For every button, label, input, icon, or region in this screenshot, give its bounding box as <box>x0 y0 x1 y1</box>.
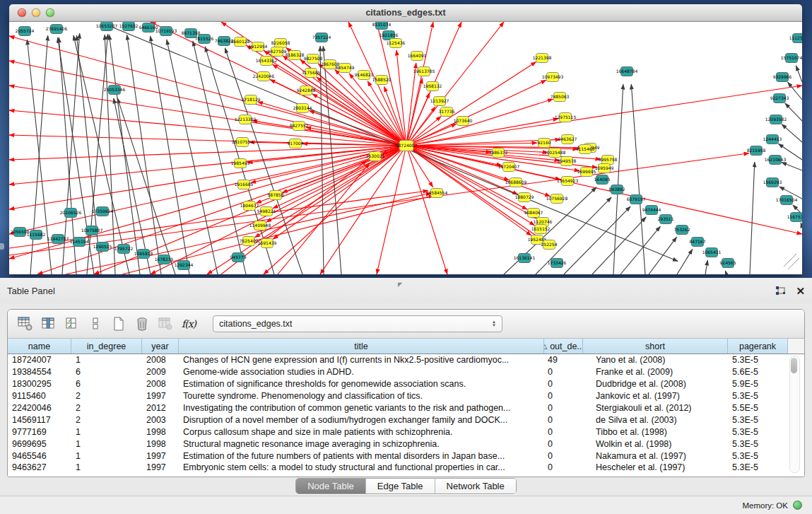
table-cell[interactable]: 14569117 <box>8 415 71 425</box>
table-row[interactable]: 969969511998Structural magnetic resonanc… <box>8 438 804 450</box>
table-cell[interactable]: 1998 <box>142 439 179 449</box>
table-cell[interactable]: Wolkin et al. (1998) <box>583 439 728 449</box>
table-scrollbar-thumb[interactable] <box>791 358 797 373</box>
column-header-name[interactable]: name <box>8 339 71 354</box>
table-cell[interactable]: 2 <box>71 415 142 425</box>
table-cell[interactable]: 1 <box>71 427 142 437</box>
table-cell[interactable]: 2 <box>71 391 142 401</box>
table-cell[interactable]: Stergiakouli et al. (2012) <box>583 403 728 413</box>
table-cell[interactable]: 5.5E-5 <box>728 403 788 413</box>
table-row[interactable]: 1938455462009Genome-wide association stu… <box>8 366 804 378</box>
table-cell[interactable]: Embryonic stem cells: a model to study s… <box>179 462 544 472</box>
table-cell[interactable]: Tibbo et al. (1998) <box>583 427 728 437</box>
table-cell[interactable]: 1 <box>71 451 142 461</box>
table-cell[interactable]: 18724007 <box>8 355 71 365</box>
table-cell[interactable]: 19384554 <box>8 367 71 377</box>
table-cell[interactable]: 1 <box>71 439 142 449</box>
table-row[interactable]: 1456911722003Disruption of a novel membe… <box>8 414 804 426</box>
network-window[interactable]: citations_edges.txt 20557242769140610653… <box>9 4 802 274</box>
column-header-title[interactable]: title <box>179 339 544 354</box>
table-cell[interactable]: 0 <box>544 439 583 449</box>
table-cell[interactable]: 5.3E-5 <box>728 415 788 425</box>
table-cell[interactable]: 0 <box>544 367 583 377</box>
float-panel-icon[interactable] <box>775 286 786 296</box>
table-cell[interactable]: 1 <box>71 355 142 365</box>
select-columns-icon[interactable]: ✓ ✓ <box>63 315 81 333</box>
canvas-resize-grip[interactable] <box>784 254 796 267</box>
table-cell[interactable]: 1998 <box>142 427 179 437</box>
panel-resize-handle[interactable]: ◤ <box>398 281 402 288</box>
network-window-titlebar[interactable]: citations_edges.txt <box>9 4 802 22</box>
table-cell[interactable]: 0 <box>544 451 583 461</box>
table-cell[interactable]: 2008 <box>142 379 179 389</box>
table-cell[interactable]: 2009 <box>142 367 179 377</box>
table-settings-icon[interactable] <box>16 315 35 333</box>
table-cell[interactable]: 5.3E-5 <box>728 451 788 461</box>
memory-status-indicator[interactable] <box>793 501 802 510</box>
minimize-button[interactable] <box>32 8 40 17</box>
table-cell[interactable]: 9465546 <box>8 451 71 461</box>
table-cell[interactable]: 5.3E-5 <box>728 439 788 449</box>
table-row[interactable]: 1830029562008Estimation of significance … <box>8 378 804 390</box>
table-cell[interactable]: 1997 <box>142 451 179 461</box>
table-cell[interactable]: Estimation of the future numbers of pati… <box>179 451 544 461</box>
table-cell[interactable]: Hescheler et al. (1997) <box>583 462 728 472</box>
table-cell[interactable]: 5.6E-5 <box>728 367 788 377</box>
table-cell[interactable]: 49 <box>544 355 583 365</box>
delete-column-icon[interactable] <box>133 315 151 333</box>
table-scrollbar[interactable] <box>789 356 800 473</box>
table-cell[interactable]: 2 <box>71 403 142 413</box>
table-cell[interactable]: 9463627 <box>8 462 71 472</box>
table-cell[interactable]: 5.9E-5 <box>728 379 788 389</box>
table-selector-dropdown[interactable]: citations_edges.txt ▲▼ <box>213 315 502 332</box>
table-cell[interactable]: 6 <box>71 367 142 377</box>
table-body[interactable]: 1872400712008Changes of HCN gene express… <box>8 354 804 474</box>
table-cell[interactable]: 5.3E-5 <box>728 355 788 365</box>
column-visibility-icon[interactable] <box>40 315 58 333</box>
table-cell[interactable]: Dudbridge et al. (2008) <box>583 379 728 389</box>
table-cell[interactable]: Franke et al. (2009) <box>583 367 728 377</box>
column-header-short[interactable]: short <box>583 339 728 354</box>
table-cell[interactable]: 22420046 <box>8 403 71 413</box>
table-cell[interactable]: 1997 <box>142 462 179 472</box>
table-cell[interactable]: Investigating the contribution of common… <box>179 403 544 413</box>
zoom-button[interactable] <box>46 8 54 17</box>
table-cell[interactable]: 2012 <box>142 403 179 413</box>
table-cell[interactable]: 5.3E-5 <box>728 391 788 401</box>
table-cell[interactable]: 0 <box>544 379 583 389</box>
tab-edge-table[interactable]: Edge Table <box>366 479 435 493</box>
create-column-icon[interactable] <box>110 315 128 333</box>
tab-node-table[interactable]: Node Table <box>296 479 366 493</box>
canvas-resize-grip[interactable] <box>788 258 799 269</box>
table-cell[interactable]: 1 <box>71 462 142 472</box>
close-panel-icon[interactable]: ✕ <box>796 286 805 296</box>
table-cell[interactable]: 0 <box>544 427 583 437</box>
table-cell[interactable]: Jankovic et al. (1997) <box>583 391 728 401</box>
function-builder-icon[interactable]: f(x) <box>180 315 198 333</box>
table-cell[interactable]: 2008 <box>142 355 179 365</box>
table-cell[interactable]: Tourette syndrome. Phenomenology and cla… <box>179 391 544 401</box>
node-table[interactable]: namein_degreeyeartitle△out_de...shortpag… <box>8 339 804 477</box>
table-cell[interactable]: 0 <box>544 403 583 413</box>
table-cell[interactable]: 9699695 <box>8 439 71 449</box>
close-button[interactable] <box>18 8 26 17</box>
table-row[interactable]: 977716911998Corpus callosum shape and si… <box>8 426 804 438</box>
table-cell[interactable]: 9115460 <box>8 391 71 401</box>
table-cell[interactable]: Nakamura et al. (1997) <box>583 451 728 461</box>
table-cell[interactable]: Yano et al. (2008) <box>583 355 728 365</box>
column-header-out_de[interactable]: △out_de... <box>544 339 583 354</box>
table-cell[interactable]: Changes of HCN gene expression and I(f) … <box>179 355 544 365</box>
tab-network-table[interactable]: Network Table <box>435 479 516 493</box>
table-cell[interactable]: 5.3E-5 <box>728 427 788 437</box>
table-cell[interactable]: de Silva et al. (2003) <box>583 415 728 425</box>
table-cell[interactable]: Corpus callosum shape and size in male p… <box>179 427 544 437</box>
table-cell[interactable]: 1997 <box>142 391 179 401</box>
table-row[interactable]: 2242004622012Investigating the contribut… <box>8 402 804 414</box>
table-cell[interactable]: 0 <box>544 391 583 401</box>
column-header-year[interactable]: year <box>142 339 179 354</box>
table-row[interactable]: 946554611997Estimation of the future num… <box>8 450 804 462</box>
table-cell[interactable]: 5.3E-5 <box>728 462 788 472</box>
table-cell[interactable]: 6 <box>71 379 142 389</box>
table-cell[interactable]: Genome-wide association studies in ADHD. <box>179 367 544 377</box>
table-cell[interactable]: 0 <box>544 415 583 425</box>
